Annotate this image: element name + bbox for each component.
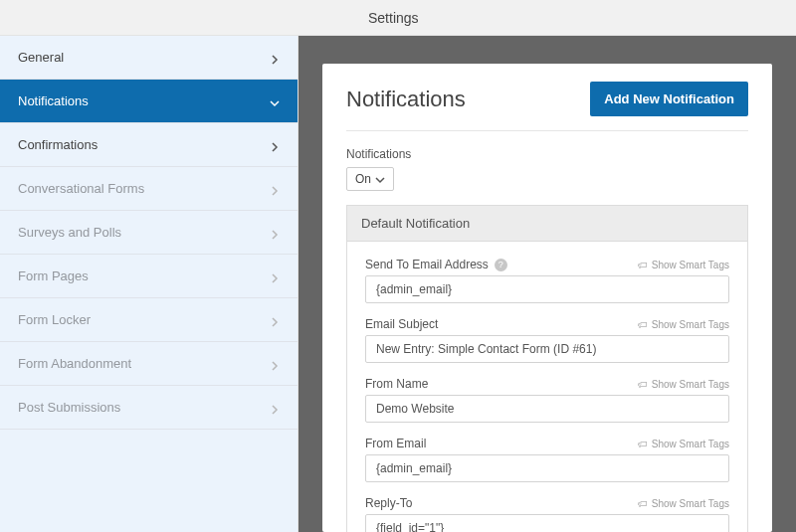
field-label: From Name [365,377,428,391]
chevron-down-icon [375,174,385,184]
chevron-right-icon [270,228,280,238]
add-new-notification-button[interactable]: Add New Notification [590,82,748,116]
sidebar-item-conversational-forms[interactable]: Conversational Forms [0,167,298,211]
sidebar-item-label: Confirmations [18,137,98,152]
show-smart-tags-link[interactable]: 🏷 Show Smart Tags [638,379,729,390]
send-to-email-input[interactable] [365,275,729,303]
field-row-reply-to: Reply-To 🏷 Show Smart Tags [365,496,729,510]
tags-icon: 🏷 [638,379,648,390]
field-label: Email Subject [365,317,438,331]
content-area: Notifications Add New Notification Notif… [298,36,796,532]
notifications-toggle-label: Notifications [346,147,748,161]
notification-block-title: Default Notification [347,206,747,242]
help-icon[interactable]: ? [495,259,507,271]
panel-title: Notifications [346,87,466,112]
chevron-right-icon [270,359,280,369]
layout: General Notifications Confirmations Conv… [0,36,796,532]
topbar: Settings [0,0,796,36]
field-label: Reply-To [365,496,412,510]
sidebar-item-label: Conversational Forms [18,181,144,196]
sidebar-item-form-abandonment[interactable]: Form Abandonment [0,342,298,386]
sidebar-item-label: General [18,50,64,65]
show-smart-tags-link[interactable]: 🏷 Show Smart Tags [638,260,729,270]
field-label: Send To Email Address ? [365,258,507,271]
sidebar-item-form-pages[interactable]: Form Pages [0,255,298,298]
sidebar-item-label: Form Locker [18,312,91,327]
page-title: Settings [368,10,419,26]
sidebar-item-post-submissions[interactable]: Post Submissions [0,386,298,430]
sidebar-item-confirmations[interactable]: Confirmations [0,123,298,167]
sidebar-item-label: Surveys and Polls [18,225,121,240]
tags-icon: 🏷 [638,439,648,449]
field-label: From Email [365,437,426,450]
field-row-from-name: From Name 🏷 Show Smart Tags [365,377,729,391]
chevron-right-icon [270,53,280,63]
sidebar-item-label: Form Pages [18,268,89,283]
sidebar-item-label: Notifications [18,93,89,108]
from-name-input[interactable] [365,395,729,423]
sidebar-item-general[interactable]: General [0,36,298,80]
show-smart-tags-link[interactable]: 🏷 Show Smart Tags [638,498,729,509]
sidebar-item-form-locker[interactable]: Form Locker [0,298,298,342]
notification-block-body: Send To Email Address ? 🏷 Show Smart Tag… [347,242,747,532]
from-email-input[interactable] [365,454,729,482]
tags-icon: 🏷 [638,319,648,330]
tags-icon: 🏷 [638,260,648,270]
chevron-down-icon [270,96,280,106]
reply-to-input[interactable] [365,514,729,532]
notifications-toggle-select[interactable]: On [346,167,394,191]
show-smart-tags-link[interactable]: 🏷 Show Smart Tags [638,319,729,330]
sidebar-item-label: Post Submissions [18,400,120,415]
tags-icon: 🏷 [638,498,648,509]
sidebar-item-notifications[interactable]: Notifications [0,80,298,123]
field-row-from-email: From Email 🏷 Show Smart Tags [365,437,729,450]
chevron-right-icon [270,184,280,194]
field-row-subject: Email Subject 🏷 Show Smart Tags [365,317,729,331]
notification-block: Default Notification Send To Email Addre… [346,205,748,532]
settings-panel: Notifications Add New Notification Notif… [322,64,772,532]
email-subject-input[interactable] [365,335,729,363]
show-smart-tags-link[interactable]: 🏷 Show Smart Tags [638,439,729,449]
chevron-right-icon [270,140,280,150]
panel-header: Notifications Add New Notification [346,82,748,131]
sidebar: General Notifications Confirmations Conv… [0,36,298,532]
chevron-right-icon [270,315,280,325]
field-row-send-to: Send To Email Address ? 🏷 Show Smart Tag… [365,258,729,271]
chevron-right-icon [270,271,280,281]
toggle-value: On [355,172,371,186]
sidebar-item-surveys-polls[interactable]: Surveys and Polls [0,211,298,255]
sidebar-item-label: Form Abandonment [18,356,131,371]
chevron-right-icon [270,403,280,413]
